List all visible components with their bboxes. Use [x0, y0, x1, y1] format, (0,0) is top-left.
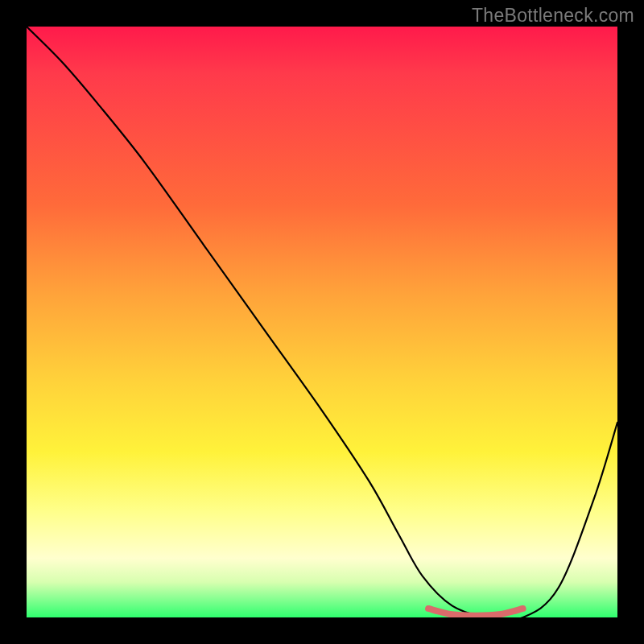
- optimal-band: [428, 609, 522, 616]
- bottleneck-curve: [27, 27, 617, 617]
- chart-frame: TheBottleneck.com: [0, 0, 644, 644]
- watermark-text: TheBottleneck.com: [472, 5, 634, 27]
- plot-area: [27, 27, 617, 617]
- curve-layer: [27, 27, 617, 617]
